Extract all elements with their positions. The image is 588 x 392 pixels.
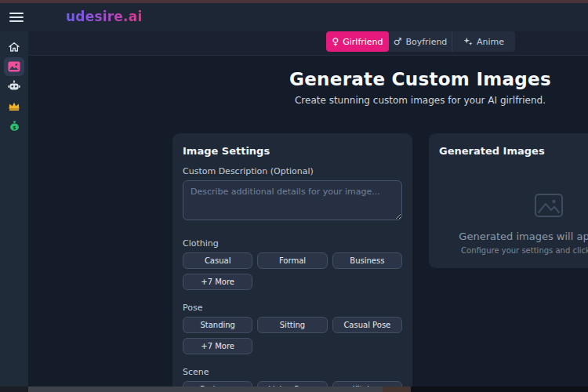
tab-band: ♀ Girlfriend ♂ Boyfriend Anime [28,31,588,56]
horizontal-scrollbar[interactable] [28,387,588,392]
page-title: Generate Custom Images [28,69,588,89]
sidebar-item-images[interactable] [4,57,24,76]
female-icon: ♀ [332,37,339,46]
pose-label: Pose [183,303,402,313]
tab-boyfriend-label: Boyfriend [405,37,447,47]
tab-girlfriend-label: Girlfriend [343,37,383,47]
tab-anime[interactable]: Anime [452,31,515,52]
tab-girlfriend[interactable]: ♀ Girlfriend [326,31,389,52]
clothing-more-button[interactable]: +7 More [183,274,252,290]
pose-more-button[interactable]: +7 More [183,338,252,354]
clothing-options: Casual Formal Business [183,252,402,269]
svg-text:$: $ [13,124,16,130]
description-label: Custom Description (Optional) [183,166,402,176]
image-icon [8,61,20,72]
sidebar-item-home[interactable] [4,38,24,56]
sidebar-item-premium[interactable] [4,96,24,115]
page-subtitle: Create stunning custom images for your A… [28,95,588,106]
scrollbar-accent [383,387,411,392]
generated-images-panel: Generated Images Generated images will a… [429,133,588,268]
app-logo[interactable]: udesire.ai [66,9,142,24]
app-screen: udesire.ai [0,0,588,392]
option-standing[interactable]: Standing [183,317,252,333]
sidebar-item-earn[interactable]: $ [4,116,24,135]
hero: Generate Custom Images Create stunning c… [28,69,588,106]
tab-anime-label: Anime [477,37,504,47]
pose-options: Standing Sitting Casual Pose [183,317,402,333]
sparkles-icon [463,37,473,46]
home-icon [8,41,20,53]
empty-state-title: Generated images will appear here [439,230,588,242]
generated-empty-state: Generated images will appear here Config… [439,193,588,255]
clothing-label: Clothing [183,238,402,249]
image-placeholder-icon [439,193,588,218]
tab-boyfriend[interactable]: ♂ Boyfriend [389,31,452,52]
generated-images-title: Generated Images [439,145,588,157]
category-tabs: ♀ Girlfriend ♂ Boyfriend Anime [326,31,515,52]
option-business[interactable]: Business [332,252,402,269]
male-icon: ♂ [394,37,402,46]
image-settings-panel: Image Settings Custom Description (Optio… [172,133,412,392]
description-input[interactable] [183,180,402,220]
app-header: udesire.ai [0,3,588,31]
option-casual[interactable]: Casual [183,252,252,269]
option-casual-pose[interactable]: Casual Pose [332,317,402,333]
scene-label: Scene [183,367,402,377]
crown-icon [8,100,20,111]
robot-icon [8,80,20,93]
image-settings-title: Image Settings [183,145,402,157]
empty-state-hint: Configure your settings and click "Gener… [439,246,588,255]
money-icon: $ [9,120,20,132]
option-sitting[interactable]: Sitting [257,317,327,333]
sidebar-item-chat[interactable] [4,77,24,96]
scrollbar-thumb[interactable] [28,387,383,392]
sidebar: $ [0,31,28,387]
option-formal[interactable]: Formal [257,252,327,269]
menu-icon[interactable] [9,11,24,24]
scrollbar-corner [0,387,28,392]
